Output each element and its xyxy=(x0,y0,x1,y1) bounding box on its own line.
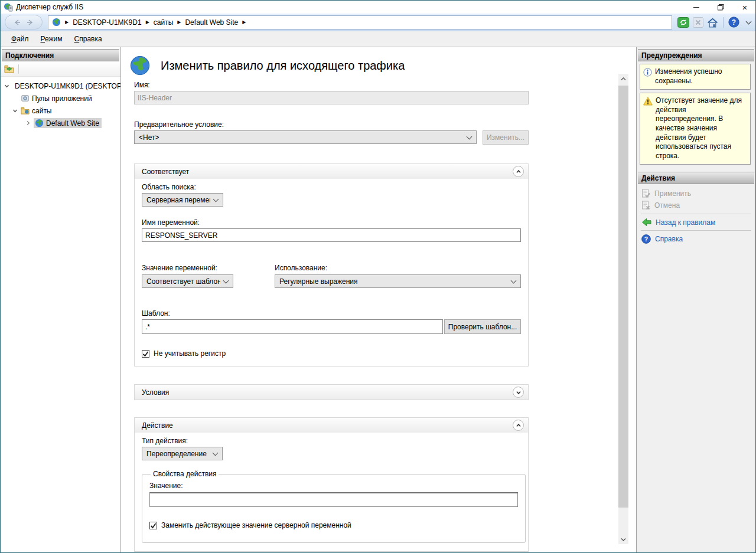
collapse-section-button[interactable] xyxy=(513,166,524,177)
help-button[interactable]: ? xyxy=(728,17,739,28)
scrollbar-thumb[interactable] xyxy=(618,86,628,508)
warning-alert-text: Отсутствует значение для действия переоп… xyxy=(656,96,747,161)
tree-item-server[interactable]: DESKTOP-U1MK9D1 (DESKTOP xyxy=(1,80,120,92)
using-label: Использование: xyxy=(275,264,521,272)
connections-tree: DESKTOP-U1MK9D1 (DESKTOP Пулы приложений… xyxy=(1,77,120,552)
stop-button[interactable] xyxy=(693,17,703,28)
chevron-up-icon xyxy=(621,77,626,81)
breadcrumb-item-sites[interactable]: сайты xyxy=(154,18,174,27)
menu-view[interactable]: Режим xyxy=(35,32,69,45)
action-section-header[interactable]: Действие xyxy=(135,418,528,433)
check-icon xyxy=(150,522,157,529)
collapse-section-button[interactable] xyxy=(513,420,524,431)
help-icon: ? xyxy=(641,234,651,244)
conditions-section-header[interactable]: Условия xyxy=(135,385,528,400)
maximize-button[interactable] xyxy=(710,1,731,14)
action-properties-legend: Свойства действия xyxy=(151,470,219,478)
vertical-scrollbar[interactable] xyxy=(618,74,628,544)
scroll-up-button[interactable] xyxy=(618,74,628,84)
check-icon xyxy=(142,351,149,357)
name-label: Имя: xyxy=(134,81,529,89)
minimize-icon xyxy=(693,7,699,8)
test-pattern-button[interactable]: Проверить шаблон... xyxy=(444,319,521,334)
chevron-down-icon xyxy=(516,390,522,395)
breadcrumb[interactable]: ▶ DESKTOP-U1MK9D1 ▶ сайты ▶ Default Web … xyxy=(48,15,672,30)
chevron-down-icon xyxy=(213,196,219,202)
alerts-header: Предупреждения xyxy=(638,49,754,61)
pattern-label: Шаблон: xyxy=(142,309,521,318)
back-to-rules-link[interactable]: Назад к правилам xyxy=(637,217,755,228)
variable-value-label: Значение переменной: xyxy=(142,264,233,272)
connections-header: Подключения xyxy=(2,49,119,61)
chevron-down-icon xyxy=(467,133,472,139)
tree-item-app-pools[interactable]: Пулы приложений xyxy=(1,92,120,104)
ignore-case-checkbox[interactable] xyxy=(142,350,149,358)
chevron-down-icon xyxy=(213,450,219,456)
info-alert: Изменения успешно сохранены. xyxy=(640,64,751,90)
breadcrumb-arrow-icon: ▶ xyxy=(177,19,181,25)
replace-value-checkbox[interactable] xyxy=(149,522,157,529)
address-bar-buttons: ? xyxy=(677,17,751,28)
action-value-input[interactable] xyxy=(149,492,518,507)
app-pools-icon xyxy=(21,94,30,103)
scope-select[interactable]: Серверная переменн xyxy=(142,193,223,207)
action-type-label: Тип действия: xyxy=(142,437,521,445)
actions-header: Действия xyxy=(638,172,754,184)
precondition-select[interactable]: <Нет> xyxy=(134,130,477,144)
connections-toolbar xyxy=(1,61,120,77)
collapse-icon[interactable] xyxy=(4,83,9,89)
breadcrumb-item-server[interactable]: DESKTOP-U1MK9D1 xyxy=(73,18,141,27)
divider xyxy=(723,17,724,28)
edit-precondition-button[interactable]: Изменить... xyxy=(483,130,529,145)
using-select[interactable]: Регулярные выражения xyxy=(275,274,521,288)
close-button[interactable]: × xyxy=(734,1,755,14)
menu-help[interactable]: Справка xyxy=(69,32,108,45)
collapse-icon[interactable] xyxy=(12,108,18,113)
site-globe-icon xyxy=(52,18,61,27)
connections-panel: Подключения DESKTOP-U1MK9D1 (DESKTOP Пул… xyxy=(1,47,121,552)
menu-file[interactable]: Файл xyxy=(5,32,35,45)
refresh-button[interactable] xyxy=(677,17,689,28)
save-connection-icon[interactable] xyxy=(4,64,14,73)
sites-folder-icon xyxy=(21,106,30,115)
info-icon xyxy=(643,68,652,77)
back-button[interactable] xyxy=(14,19,21,26)
home-button[interactable] xyxy=(707,17,718,28)
action-type-select[interactable]: Переопределение xyxy=(142,447,223,460)
minimize-button[interactable] xyxy=(686,1,707,14)
name-input: IIS-Header xyxy=(134,91,529,104)
page-globe-icon xyxy=(129,55,151,76)
apply-button[interactable]: Применить xyxy=(637,188,755,199)
right-panel: Предупреждения Изменения успешно сохране… xyxy=(637,47,755,552)
help-link[interactable]: ? Справка xyxy=(637,233,755,245)
chevron-down-icon xyxy=(511,277,517,283)
cancel-button[interactable]: Отмена xyxy=(637,199,755,211)
page-header: Изменить правило для исходящего трафика xyxy=(129,55,636,76)
forward-button[interactable] xyxy=(27,19,34,26)
breadcrumb-item-default-web-site[interactable]: Default Web Site xyxy=(185,18,238,27)
precondition-label: Предварительное условие: xyxy=(134,120,529,129)
divider xyxy=(641,230,751,231)
apply-icon xyxy=(641,189,650,198)
close-icon: × xyxy=(742,3,748,12)
divider xyxy=(18,64,19,74)
warning-alert: Отсутствует значение для действия переоп… xyxy=(640,93,751,165)
replace-value-label: Заменить действующее значение серверной … xyxy=(161,521,351,529)
breadcrumb-arrow-icon: ▶ xyxy=(65,19,69,25)
match-section-header[interactable]: Соответствует xyxy=(135,164,528,179)
tree-item-default-web-site[interactable]: Default Web Site xyxy=(1,117,120,129)
svg-text:?: ? xyxy=(732,18,736,27)
expand-section-button[interactable] xyxy=(513,387,524,398)
warning-icon xyxy=(643,97,653,106)
chevron-down-icon xyxy=(621,537,626,542)
tree-item-sites[interactable]: сайты xyxy=(1,104,120,117)
expand-icon[interactable] xyxy=(25,120,31,126)
pattern-input[interactable]: .* xyxy=(142,319,443,334)
web-site-globe-icon xyxy=(35,119,44,127)
variable-name-input[interactable]: RESPONSE_SERVER xyxy=(142,228,521,242)
variable-value-select[interactable]: Соответствует шаблону xyxy=(142,274,233,288)
iis-manager-window: Диспетчер служб IIS × ▶ DESKTOP-U1MK9D1 … xyxy=(0,0,756,553)
back-arrow-icon xyxy=(641,218,651,227)
scroll-down-button[interactable] xyxy=(618,534,628,544)
help-dropdown-icon[interactable] xyxy=(746,18,752,24)
